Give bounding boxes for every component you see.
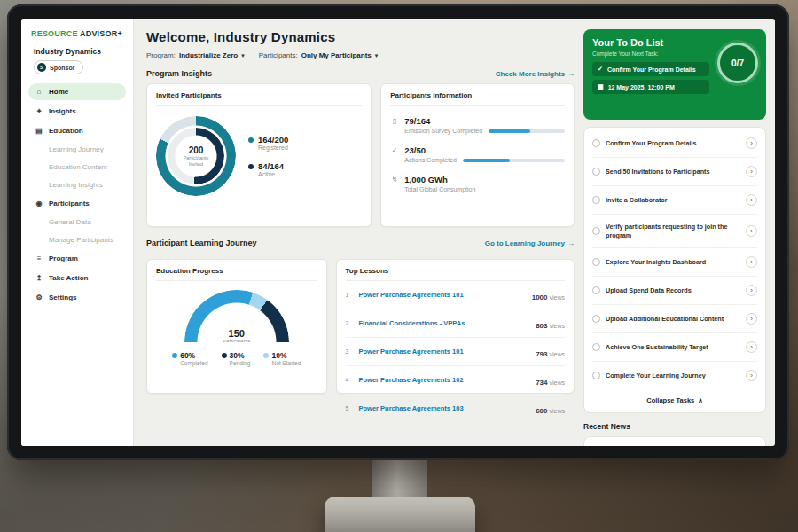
task-row-explore-insights[interactable]: Explore Your Insights Dashboard › <box>592 248 757 277</box>
sidebar-item-learning-insights[interactable]: Learning Insights <box>28 177 126 192</box>
task-checkbox[interactable] <box>592 343 600 351</box>
chevron-down-icon: ▾ <box>241 52 245 59</box>
chevron-right-icon[interactable]: › <box>746 285 757 296</box>
sidebar-item-education[interactable]: ▤ Education <box>28 122 126 139</box>
task-checkbox[interactable] <box>592 196 600 204</box>
task-checkbox[interactable] <box>592 139 600 147</box>
lesson-row[interactable]: 5 Power Purchase Agreements 103 600views <box>346 395 566 422</box>
program-filter-dropdown[interactable]: Program: Industrialize Zero ▾ <box>146 51 245 59</box>
sidebar-item-education-content[interactable]: Education Content <box>28 160 126 175</box>
lesson-row[interactable]: 2 Financial Considerations - VPPAs 803vi… <box>346 309 566 338</box>
chevron-up-icon: ∧ <box>698 396 703 404</box>
sidebar-item-label: Take Action <box>49 274 88 282</box>
app-logo: RESOURCE ADVISOR+ <box>31 29 126 38</box>
collapse-tasks-button[interactable]: Collapse Tasks ∧ <box>592 389 757 412</box>
task-checkbox[interactable] <box>592 372 600 379</box>
section-title: Program Insights <box>146 69 212 78</box>
task-row-upload-educational-content[interactable]: Upload Additional Educational Content › <box>592 305 757 333</box>
task-row-invite-collaborator[interactable]: Invite a Collaborator › <box>592 186 757 215</box>
check-more-insights-link[interactable]: Check More Insights → <box>496 70 575 78</box>
todo-progress-ring: 0/7 <box>717 43 758 83</box>
todo-panel: Your To Do List Complete Your Next Task:… <box>583 19 775 446</box>
chevron-right-icon[interactable]: › <box>746 256 757 268</box>
legend-dot <box>248 137 254 143</box>
legend-value: 30% <box>230 351 245 360</box>
chevron-right-icon[interactable]: › <box>746 194 757 206</box>
card-title: Invited Participants <box>156 91 362 106</box>
lesson-row[interactable]: 1 Power Purchase Agreements 101 1000view… <box>346 281 566 309</box>
participants-icon: ◉ <box>35 200 43 207</box>
task-checkbox[interactable] <box>592 315 600 323</box>
task-checkbox[interactable] <box>592 258 600 266</box>
task-checkbox[interactable] <box>592 227 600 235</box>
task-row-complete-learning-journey[interactable]: Complete Your Learning Journey › <box>592 362 757 389</box>
program-filter-value: Industrialize Zero <box>179 51 238 59</box>
recent-news-title: Recent News <box>583 422 766 431</box>
chevron-right-icon[interactable]: › <box>746 166 757 177</box>
task-row-verify-participants[interactable]: Verify participants requesting to join t… <box>592 215 757 248</box>
sidebar-item-home[interactable]: ⌂ Home <box>28 83 126 100</box>
lesson-row[interactable]: 4 Power Purchase Agreements 102 734views <box>346 366 566 395</box>
chevron-right-icon[interactable]: › <box>746 313 757 325</box>
lesson-views-unit: views <box>549 408 565 414</box>
sidebar-item-program[interactable]: ≡ Program <box>28 250 126 267</box>
gauge-center-value: 150 <box>184 328 289 339</box>
chevron-right-icon[interactable]: › <box>746 137 757 149</box>
sidebar-item-general-data[interactable]: General Data <box>28 215 126 230</box>
lesson-title-link[interactable]: Power Purchase Agreements 102 <box>359 376 530 384</box>
due-date-row: ▦ 12 May 2025, 12:00 PM <box>592 80 709 94</box>
legend-value: 164/200 <box>258 135 288 145</box>
settings-icon: ⚙ <box>35 293 43 301</box>
recent-news-section: Recent News <box>583 422 766 446</box>
sidebar-nav: ⌂ Home ✦ Insights ▤ Education Learning J… <box>28 83 126 306</box>
lesson-title-link[interactable]: Power Purchase Agreements 101 <box>359 291 526 299</box>
learning-journey-header: Participant Learning Journey Go to Learn… <box>146 239 575 247</box>
lesson-rank: 4 <box>346 377 353 383</box>
lesson-views-unit: views <box>549 351 565 357</box>
chevron-right-icon[interactable]: › <box>746 225 757 237</box>
sidebar-item-take-action[interactable]: ↥ Take Action <box>28 270 126 286</box>
task-row-achieve-target[interactable]: Achieve One Sustainability Target › <box>592 333 757 362</box>
next-task-row[interactable]: ✓ Confirm Your Program Details <box>592 62 709 76</box>
legend-label: Pending <box>230 360 251 366</box>
lesson-views-unit: views <box>549 323 565 329</box>
task-row-send-invitations[interactable]: Send 50 Invitations to Participants › <box>592 158 757 186</box>
lesson-views: 734 <box>536 379 547 387</box>
lesson-title-link[interactable]: Power Purchase Agreements 103 <box>359 404 530 412</box>
lesson-row[interactable]: 3 Power Purchase Agreements 101 793views <box>346 338 566 366</box>
legend-dot <box>222 353 227 358</box>
task-checkbox[interactable] <box>592 168 600 176</box>
page-title: Welcome, Industry Dynamics <box>146 29 575 44</box>
task-checkbox[interactable] <box>592 286 600 294</box>
donut-center-value: 200 <box>189 145 204 155</box>
sidebar-item-participants[interactable]: ◉ Participants <box>28 195 126 212</box>
invited-participants-card: Invited Participants 200 Participants In… <box>146 83 372 227</box>
participants-filter-dropdown[interactable]: Participants: Only My Participants ▾ <box>259 51 379 59</box>
sidebar-item-learning-journey[interactable]: Learning Journey <box>28 142 126 157</box>
education-progress-gauge-chart: 150 Participants <box>184 290 289 342</box>
sidebar-item-label: Education Content <box>49 163 107 171</box>
sidebar-item-label: Manage Participants <box>49 236 113 244</box>
sidebar-item-insights[interactable]: ✦ Insights <box>28 103 126 120</box>
legend-dot <box>172 353 177 358</box>
task-row-confirm-program[interactable]: Confirm Your Program Details › <box>592 129 757 158</box>
logo-primary: RESOURCE <box>31 29 78 38</box>
donut-center-caption: Participants Invited <box>179 155 213 167</box>
sponsor-badge[interactable]: S Sponsor <box>34 60 83 74</box>
org-name: Industry Dynamics <box>34 47 126 56</box>
go-to-learning-journey-link[interactable]: Go to Learning Journey → <box>485 239 575 247</box>
take-action-icon: ↥ <box>35 274 43 282</box>
sidebar-item-manage-participants[interactable]: Manage Participants <box>28 232 126 247</box>
sidebar-item-settings[interactable]: ⚙ Settings <box>28 289 126 306</box>
lesson-title-link[interactable]: Power Purchase Agreements 101 <box>359 348 530 356</box>
dashboard-screen: RESOURCE ADVISOR+ Industry Dynamics S Sp… <box>21 19 775 446</box>
chevron-right-icon[interactable]: › <box>746 341 757 353</box>
legend-item-not-started: 10% Not Started <box>263 351 301 366</box>
chevron-down-icon: ▾ <box>375 52 379 59</box>
progress-track <box>489 129 565 133</box>
lesson-rank: 3 <box>346 348 353 355</box>
task-row-upload-spend-data[interactable]: Upload Spend Data Records › <box>592 277 757 305</box>
chevron-right-icon[interactable]: › <box>746 370 757 381</box>
program-insights-cards: Invited Participants 200 Participants In… <box>146 83 575 227</box>
lesson-title-link[interactable]: Financial Considerations - VPPAs <box>359 319 530 327</box>
